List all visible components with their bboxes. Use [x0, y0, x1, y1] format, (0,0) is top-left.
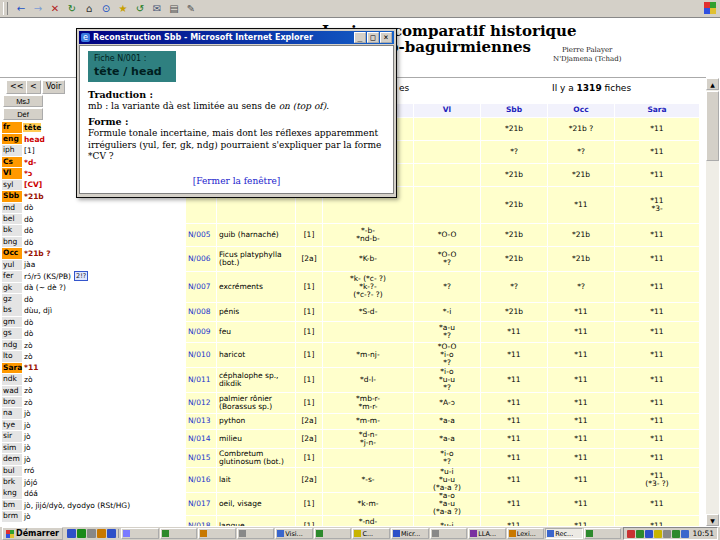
- language-code[interactable]: Sbb: [2, 191, 22, 202]
- tray-icon[interactable]: [645, 530, 653, 538]
- voir-button[interactable]: Voir: [42, 80, 65, 94]
- tray-icon[interactable]: [663, 530, 671, 538]
- language-code[interactable]: bm: [2, 500, 22, 511]
- taskbar-button[interactable]: [314, 528, 352, 539]
- fiche-link[interactable]: N/006: [186, 247, 216, 271]
- column-header-sbb[interactable]: Sbb: [481, 104, 547, 117]
- language-code[interactable]: brm: [2, 511, 22, 522]
- language-code[interactable]: fr: [2, 122, 22, 133]
- filter-control-fragment[interactable]: es: [399, 83, 409, 93]
- taskbar-button[interactable]: [430, 528, 468, 539]
- scroll-thumb[interactable]: [706, 91, 719, 161]
- taskbar-button[interactable]: Lexi...: [507, 528, 545, 539]
- minimize-button[interactable]: _: [354, 32, 366, 43]
- column-header-sara[interactable]: Sara: [615, 104, 699, 117]
- quicklaunch-icon[interactable]: [77, 529, 86, 538]
- language-code[interactable]: kng: [2, 488, 22, 499]
- first-page-button[interactable]: <<: [6, 80, 27, 94]
- language-code[interactable]: bng: [2, 237, 22, 248]
- vertical-scrollbar[interactable]: ▲ ▼: [706, 78, 719, 526]
- maximize-button[interactable]: □: [367, 32, 379, 43]
- language-code[interactable]: ndg: [2, 340, 22, 351]
- tray-icon[interactable]: [627, 530, 635, 538]
- language-code[interactable]: eng: [2, 134, 22, 145]
- language-code[interactable]: ndk: [2, 374, 22, 385]
- note-badge[interactable]: 2!?: [74, 271, 88, 281]
- tray-icon[interactable]: [672, 530, 680, 538]
- def-button[interactable]: Déf: [3, 108, 43, 120]
- toolbar-grip[interactable]: [3, 2, 8, 15]
- fiche-link[interactable]: N/017: [186, 493, 216, 515]
- fiche-link[interactable]: N/009: [186, 322, 216, 342]
- language-code[interactable]: tye: [2, 420, 22, 431]
- start-button[interactable]: Démarrer: [2, 527, 63, 540]
- taskbar-button[interactable]: [121, 528, 159, 539]
- fiche-link[interactable]: N/011: [186, 368, 216, 392]
- language-code[interactable]: Cs: [2, 157, 22, 168]
- quicklaunch-icon[interactable]: [97, 529, 106, 538]
- prev-page-button[interactable]: <: [26, 80, 41, 94]
- fiche-link[interactable]: N/010: [186, 343, 216, 367]
- language-code[interactable]: gz: [2, 294, 22, 305]
- fiche-link[interactable]: N/005: [186, 224, 216, 246]
- language-code[interactable]: iph: [2, 145, 22, 156]
- language-code[interactable]: bk: [2, 225, 22, 236]
- mail-icon[interactable]: ✉: [149, 1, 165, 16]
- favorites-icon[interactable]: ★: [115, 1, 131, 16]
- msj-button[interactable]: MsJ: [3, 95, 43, 107]
- taskbar-button[interactable]: [198, 528, 236, 539]
- language-code[interactable]: gk: [2, 283, 22, 294]
- language-code[interactable]: yul: [2, 260, 22, 271]
- tray-icon[interactable]: [681, 530, 689, 538]
- language-code[interactable]: wad: [2, 386, 22, 397]
- fiche-link[interactable]: N/016: [186, 468, 216, 492]
- language-code[interactable]: lto: [2, 351, 22, 362]
- edit-icon[interactable]: ✎: [183, 1, 199, 16]
- language-code[interactable]: fer: [2, 271, 22, 282]
- taskbar-button[interactable]: [237, 528, 275, 539]
- taskbar-button[interactable]: Micr...: [391, 528, 429, 539]
- taskbar-button[interactable]: C...: [352, 528, 390, 539]
- fiche-link[interactable]: N/013: [186, 414, 216, 429]
- tray-icon[interactable]: [636, 530, 644, 538]
- back-icon[interactable]: ←: [13, 1, 29, 16]
- language-code[interactable]: dem: [2, 454, 22, 465]
- fiche-link[interactable]: N/012: [186, 393, 216, 413]
- language-code[interactable]: sir: [2, 431, 22, 442]
- language-code[interactable]: gs: [2, 328, 22, 339]
- print-icon[interactable]: ▤: [166, 1, 182, 16]
- language-code[interactable]: Vl: [2, 168, 22, 179]
- fiche-link[interactable]: N/018: [186, 516, 216, 526]
- fiche-link[interactable]: N/007: [186, 272, 216, 302]
- close-icon[interactable]: ×: [380, 32, 392, 43]
- search-icon[interactable]: ⊙: [98, 1, 114, 16]
- language-code[interactable]: Sara: [2, 363, 22, 374]
- language-code[interactable]: syl: [2, 180, 22, 191]
- history-icon[interactable]: ↺: [132, 1, 148, 16]
- language-code[interactable]: bel: [2, 214, 22, 225]
- refresh-icon[interactable]: ↻: [64, 1, 80, 16]
- quicklaunch-icon[interactable]: [107, 529, 116, 538]
- forward-icon[interactable]: →: [30, 1, 46, 16]
- language-code[interactable]: md: [2, 203, 22, 214]
- scroll-down-button[interactable]: ▼: [706, 514, 719, 526]
- taskbar-button[interactable]: Visi...: [275, 528, 313, 539]
- language-code[interactable]: gm: [2, 317, 22, 328]
- quicklaunch-icon[interactable]: [87, 529, 96, 538]
- language-code[interactable]: Occ: [2, 248, 22, 259]
- taskbar-button[interactable]: [584, 528, 622, 539]
- fiche-link[interactable]: N/015: [186, 449, 216, 467]
- language-code[interactable]: na: [2, 408, 22, 419]
- fiche-link[interactable]: N/014: [186, 430, 216, 448]
- fiche-link[interactable]: N/008: [186, 303, 216, 321]
- home-icon[interactable]: ⌂: [81, 1, 97, 16]
- popup-titlebar[interactable]: e Reconstruction Sbb - Microsoft Interne…: [79, 31, 394, 44]
- quicklaunch-icon[interactable]: [67, 529, 76, 538]
- tray-icon[interactable]: [654, 530, 662, 538]
- taskbar-button[interactable]: LLA...: [468, 528, 506, 539]
- language-code[interactable]: brk: [2, 477, 22, 488]
- stop-icon[interactable]: ✕: [47, 1, 63, 16]
- language-code[interactable]: bs: [2, 305, 22, 316]
- language-code[interactable]: sim: [2, 443, 22, 454]
- taskbar-button[interactable]: Rec...: [545, 528, 583, 539]
